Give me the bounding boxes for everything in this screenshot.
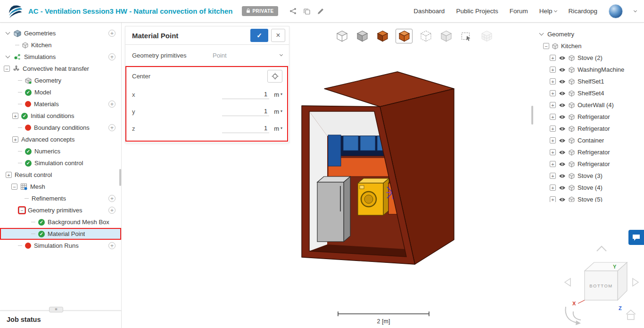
share-icon[interactable] (289, 8, 297, 15)
collapse-icon[interactable]: − (19, 207, 25, 213)
shaded-view-icon[interactable] (355, 30, 369, 43)
mesh-view-icon[interactable] (479, 30, 494, 43)
tree-item-shelfset4[interactable]: +ShelfSet4 (533, 87, 644, 99)
solid-color-view-icon[interactable] (375, 30, 389, 43)
visibility-eye-icon[interactable] (559, 79, 566, 84)
tree-item-washingmachine[interactable]: +WashingMachine (533, 64, 644, 76)
tree-item-result-control[interactable]: +Result control (0, 169, 121, 181)
view-cube-icon[interactable] (335, 30, 349, 43)
rotate-left-button[interactable] (565, 278, 570, 286)
tree-item-refrigerator[interactable]: +Refrigerator (533, 111, 644, 123)
expand-icon[interactable]: + (550, 161, 556, 167)
nav-public-projects[interactable]: Public Projects (456, 8, 498, 15)
duplicate-icon[interactable] (304, 8, 310, 15)
pick-point-button[interactable] (267, 70, 282, 83)
tree-item-kitchen-root[interactable]: −Kitchen (533, 40, 644, 52)
tree-item-geometry-root[interactable]: Geometry (533, 28, 644, 40)
nav-help[interactable]: Help (539, 8, 557, 15)
add-button[interactable]: + (108, 124, 116, 131)
tree-item-material-point[interactable]: ✓Material Point (0, 228, 121, 240)
add-button[interactable]: + (108, 30, 116, 37)
visibility-eye-icon[interactable] (559, 126, 566, 131)
tree-item-advanced-concepts[interactable]: +Advanced concepts (0, 134, 121, 145)
nav-dashboard[interactable]: Dashboard (413, 8, 445, 15)
visibility-eye-icon[interactable] (559, 115, 566, 119)
tree-item-materials[interactable]: Materials+ (0, 98, 121, 110)
simscale-logo[interactable] (8, 3, 24, 19)
tree-item-convective-heat-transfer[interactable]: −Convective heat transfer (0, 63, 121, 75)
visibility-eye-icon[interactable] (559, 150, 566, 155)
tree-item-kitchen[interactable]: Kitchen (0, 39, 121, 51)
expand-icon[interactable]: + (550, 67, 556, 73)
tree-item-stove-5[interactable]: +Stove (5) (533, 193, 644, 202)
geometry-panel-scrollbar[interactable] (531, 106, 533, 125)
chat-button[interactable] (628, 230, 644, 245)
tree-item-simulation-runs[interactable]: Simulation Runs+ (0, 240, 121, 252)
z-input[interactable] (222, 124, 269, 133)
username[interactable]: Ricardopg (568, 8, 597, 15)
add-button[interactable]: + (108, 101, 116, 108)
x-input[interactable] (222, 90, 269, 99)
add-button[interactable]: + (108, 195, 116, 202)
rotate-right-button[interactable] (633, 278, 638, 286)
tree-item-stove-3[interactable]: +Stove (3) (533, 170, 644, 182)
visibility-eye-icon[interactable] (559, 67, 566, 72)
z-unit-select[interactable]: m▾ (274, 125, 282, 132)
visibility-eye-icon[interactable] (559, 56, 566, 60)
expand-icon[interactable]: + (550, 185, 556, 191)
rotate-up-button[interactable] (597, 246, 606, 251)
surfaces-view-icon[interactable] (396, 29, 413, 43)
expand-icon[interactable]: + (550, 55, 556, 61)
expand-icon[interactable]: + (550, 90, 556, 96)
tree-item-simulation-control[interactable]: ✓Simulation control (0, 157, 121, 169)
navigation-cube[interactable]: BOTTOM X Y Z (559, 244, 644, 327)
tree-item-shelfset1[interactable]: +ShelfSet1 (533, 76, 644, 87)
tree-item-geometries[interactable]: Geometries+ (0, 27, 121, 39)
tree-item-refrigerator[interactable]: +Refrigerator (533, 146, 644, 158)
tree-item-container[interactable]: +Container (533, 135, 644, 146)
visibility-eye-icon[interactable] (559, 174, 566, 178)
avatar[interactable] (609, 4, 623, 18)
y-input[interactable] (222, 107, 269, 116)
rename-pencil-icon[interactable] (317, 8, 324, 15)
expand-icon[interactable]: + (550, 196, 556, 202)
job-status-bar[interactable]: ≡ Job status (0, 311, 121, 328)
expand-icon[interactable]: + (550, 114, 556, 120)
tree-item-mesh[interactable]: −Mesh (0, 181, 121, 193)
tree-item-outerwall-4[interactable]: +OuterWall (4) (533, 99, 644, 111)
collapse-handle[interactable]: ≡ (49, 307, 63, 312)
expand-icon[interactable]: + (6, 172, 12, 178)
tree-item-refrigerator[interactable]: +Refrigerator (533, 158, 644, 170)
tree-item-simulations[interactable]: Simulations+ (0, 51, 121, 63)
kitchen-3d-model[interactable] (288, 65, 467, 268)
visibility-eye-icon[interactable] (559, 197, 566, 202)
box-select-icon[interactable] (459, 30, 473, 43)
tree-item-stove-2[interactable]: +Stove (2) (533, 52, 644, 64)
tree-item-refrigerator[interactable]: +Refrigerator (533, 123, 644, 135)
expand-icon[interactable]: + (550, 137, 556, 143)
collapse-icon[interactable]: − (11, 184, 17, 190)
expand-icon[interactable]: + (550, 78, 556, 84)
add-button[interactable]: + (108, 207, 116, 214)
tree-item-numerics[interactable]: ✓Numerics (0, 145, 121, 157)
collapse-icon[interactable]: − (543, 43, 549, 49)
add-button[interactable]: + (108, 242, 116, 249)
tree-item-boundary-conditions[interactable]: Boundary conditions+ (0, 122, 121, 134)
expand-icon[interactable]: + (550, 102, 556, 108)
nav-forum[interactable]: Forum (510, 8, 528, 15)
primitive-type-select[interactable]: Point (213, 52, 282, 59)
orbit-arrows[interactable] (566, 307, 581, 325)
view-cube[interactable]: BOTTOM (585, 262, 627, 300)
close-button[interactable]: × (271, 29, 285, 42)
add-button[interactable]: + (108, 53, 116, 60)
visibility-eye-icon[interactable] (559, 91, 566, 96)
tree-item-initial-conditions[interactable]: +✓Initial conditions (0, 110, 121, 122)
collapse-icon[interactable]: − (4, 66, 10, 72)
hidden-line-view-icon[interactable] (419, 30, 433, 43)
expand-icon[interactable]: + (550, 173, 556, 179)
expand-icon[interactable]: + (12, 136, 18, 143)
y-unit-select[interactable]: m▾ (274, 108, 282, 115)
sidebar-scrollbar[interactable] (119, 169, 121, 186)
transparent-view-icon[interactable] (439, 30, 453, 43)
tree-item-background-mesh-box[interactable]: ✓Background Mesh Box (0, 216, 121, 228)
